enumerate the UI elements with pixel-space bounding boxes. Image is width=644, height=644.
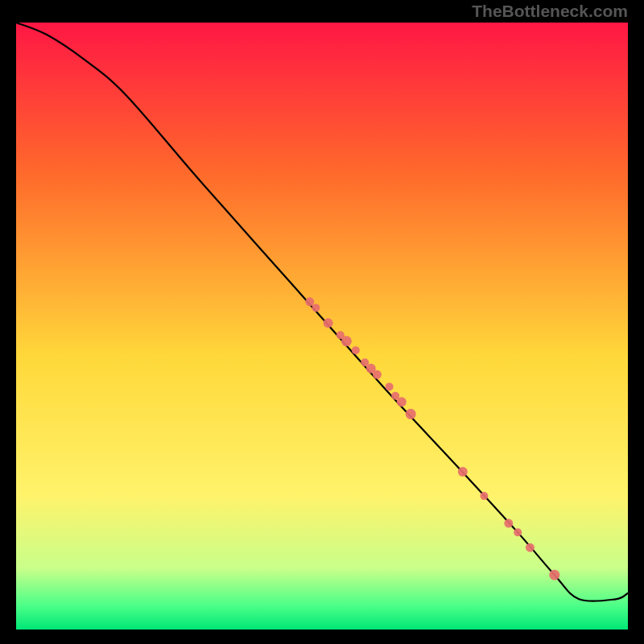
scatter-point — [312, 303, 320, 312]
scatter-point — [341, 336, 352, 346]
scatter-point — [480, 492, 488, 500]
scatter-point — [458, 467, 468, 477]
attribution-label: TheBottleneck.com — [472, 2, 628, 21]
scatter-point — [526, 543, 535, 552]
scatter-point — [514, 528, 522, 536]
scatter-point — [549, 570, 559, 580]
scatter-point — [386, 382, 394, 390]
scatter-point — [352, 346, 360, 354]
scatter-point — [373, 370, 382, 379]
scatter-point — [406, 409, 416, 419]
gradient-background — [16, 23, 628, 630]
scatter-point — [504, 519, 513, 528]
scatter-point — [324, 318, 333, 328]
plot-area — [16, 23, 628, 630]
scatter-point — [305, 297, 314, 306]
scatter-point — [397, 397, 407, 407]
chart-svg — [16, 23, 628, 630]
